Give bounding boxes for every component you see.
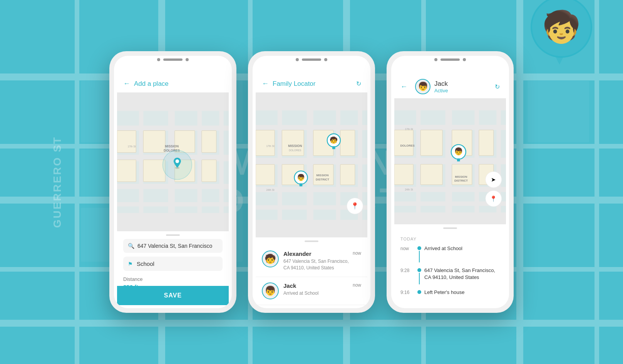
svg-rect-55 xyxy=(282,130,304,155)
phone-2-header: ← Family Locator ↻ xyxy=(256,75,367,93)
phone-3-speaker xyxy=(440,58,460,61)
svg-text:🧒: 🧒 xyxy=(330,136,338,144)
place-label: School xyxy=(137,260,154,267)
phone-3-map[interactable]: DOLORES 17th St MISSION DISTRICT 24th St… xyxy=(394,99,506,224)
svg-rect-33 xyxy=(143,160,165,182)
phone-1-camera xyxy=(157,58,160,61)
svg-point-45 xyxy=(176,159,179,163)
jack-time: now xyxy=(353,282,361,288)
jack-info: Jack Arrived at School xyxy=(283,282,353,297)
svg-text:📍: 📍 xyxy=(490,195,497,202)
svg-text:DOLORES: DOLORES xyxy=(289,149,301,152)
phone-2-person-list: 🧒 Alexander 647 Valencia St, San Francis… xyxy=(256,245,367,305)
phone-1-header: ← Add a place xyxy=(117,75,229,93)
phone-2: ← Family Locator ↻ xyxy=(248,51,375,313)
svg-rect-90 xyxy=(479,130,494,155)
search-value: 647 Valencia St, San Francisco xyxy=(137,243,212,249)
phone-3-camera-2 xyxy=(463,58,466,61)
timeline-event-0: Arrived at School xyxy=(424,245,500,252)
svg-text:📍: 📍 xyxy=(351,202,359,210)
timeline-time-2: 9:16 xyxy=(400,289,414,295)
svg-text:MISSION: MISSION xyxy=(165,144,179,148)
timeline-time-1: 9:28 xyxy=(400,267,414,273)
search-icon: 🔍 xyxy=(128,243,134,249)
phone-2-notch xyxy=(296,58,327,61)
phone-3-back-button[interactable]: ← xyxy=(400,83,407,91)
person-item-jack[interactable]: 👦 Jack Arrived at School now xyxy=(256,277,367,305)
alexander-avatar: 🧒 xyxy=(262,250,279,267)
timeline-time-0: now xyxy=(400,245,414,251)
svg-rect-59 xyxy=(340,130,355,155)
svg-rect-93 xyxy=(394,164,413,185)
phone-1-place-row[interactable]: ⚑ School xyxy=(123,257,223,271)
phone-1: ← Add a place xyxy=(109,51,236,313)
timeline-line-1 xyxy=(417,267,421,284)
phone-2-screen: ← Family Locator ↻ xyxy=(256,75,367,305)
phone-1-drag-handle xyxy=(117,231,229,239)
phone-1-inner: ← Add a place xyxy=(114,56,232,308)
phone-2-speaker xyxy=(302,58,321,61)
svg-rect-83 xyxy=(445,110,452,212)
alexander-time: now xyxy=(353,250,361,256)
phone-3-refresh-icon[interactable]: ↻ xyxy=(495,83,500,90)
alexander-info: Alexander 647 Valencia St, San Francisco… xyxy=(283,250,353,271)
phone-3-header: ← 👦 Jack Active ↻ xyxy=(394,75,506,99)
svg-text:➤: ➤ xyxy=(491,176,496,183)
jack-header-info: Jack Active xyxy=(434,80,495,94)
svg-text:24th St: 24th St xyxy=(405,188,413,191)
svg-rect-37 xyxy=(202,160,216,182)
svg-text:17th St: 17th St xyxy=(127,145,136,148)
svg-text:DISTRICT: DISTRICT xyxy=(454,179,468,182)
svg-rect-31 xyxy=(219,111,223,213)
svg-rect-84 xyxy=(474,110,479,212)
svg-rect-22 xyxy=(528,81,589,142)
phone-1-notch xyxy=(157,58,189,61)
timeline-event-2: Left Peter's house xyxy=(424,289,500,296)
phone-2-camera xyxy=(296,58,299,61)
phone-3: ← 👦 Jack Active ↻ xyxy=(387,51,514,313)
phone-1-camera-2 xyxy=(186,58,189,61)
svg-rect-82 xyxy=(416,110,420,212)
svg-rect-52 xyxy=(307,110,313,220)
svg-rect-51 xyxy=(278,110,282,220)
phones-container: ← Add a place xyxy=(109,51,514,313)
timeline-event-1: 647 Valencia St, San Francisco, CA 94110… xyxy=(424,267,500,281)
svg-text:MISSION: MISSION xyxy=(316,174,328,177)
save-button[interactable]: SAVE xyxy=(117,286,229,305)
svg-text:17th St: 17th St xyxy=(266,145,274,147)
svg-rect-92 xyxy=(394,130,413,155)
svg-text:👦: 👦 xyxy=(454,147,463,156)
refresh-icon[interactable]: ↻ xyxy=(356,80,361,87)
phone-1-screen: ← Add a place xyxy=(117,75,229,305)
svg-rect-87 xyxy=(420,164,442,185)
svg-rect-71 xyxy=(332,146,335,149)
jack-address: Arrived at School xyxy=(283,290,353,297)
distance-label: Distance xyxy=(123,276,223,282)
timeline-item-0: now Arrived at School xyxy=(400,245,500,262)
svg-text:24th St: 24th St xyxy=(266,189,274,191)
phone-2-map[interactable]: MISSION DOLORES 17th St MISSION DISTRICT… xyxy=(256,93,367,237)
person-item-alexander[interactable]: 🧒 Alexander 647 Valencia St, San Francis… xyxy=(256,245,367,277)
phone-1-search[interactable]: 🔍 647 Valencia St, San Francisco xyxy=(123,239,223,253)
phone-3-screen: ← 👦 Jack Active ↻ xyxy=(394,75,506,305)
alexander-address: 647 Valencia St, San Francisco, CA 94110… xyxy=(283,258,353,271)
svg-rect-32 xyxy=(143,130,165,152)
svg-rect-38 xyxy=(117,130,136,152)
phone-1-map[interactable]: MISSION DOLORES 17th St xyxy=(117,93,229,231)
bg-pin-tail xyxy=(556,57,563,65)
svg-rect-60 xyxy=(340,164,355,185)
place-icon: ⚑ xyxy=(128,261,133,267)
svg-rect-30 xyxy=(197,111,201,213)
phone-2-inner: ← Family Locator ↻ xyxy=(253,56,370,308)
phone-3-inner: ← 👦 Jack Active ↻ xyxy=(391,56,509,308)
phone-1-back-button[interactable]: ← xyxy=(123,80,130,88)
svg-text:DOLORES: DOLORES xyxy=(400,144,414,147)
svg-rect-101 xyxy=(457,159,460,162)
timeline-item-2: 9:16 Left Peter's house xyxy=(400,289,500,296)
jack-header-status: Active xyxy=(434,88,495,94)
svg-text:MISSION: MISSION xyxy=(455,175,467,179)
svg-rect-62 xyxy=(256,164,275,185)
alexander-name: Alexander xyxy=(283,250,353,257)
svg-text:MISSION: MISSION xyxy=(288,144,302,148)
phone-2-back-button[interactable]: ← xyxy=(262,80,269,88)
